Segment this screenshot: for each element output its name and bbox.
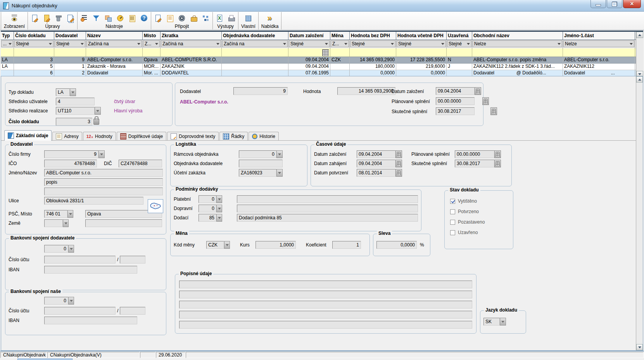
dodaci-dropdown-icon[interactable] xyxy=(216,214,222,222)
popisne-field-1[interactable] xyxy=(179,291,472,298)
search-cell-4[interactable] xyxy=(143,48,161,57)
kod-meny-dropdown-icon[interactable] xyxy=(224,241,230,249)
jazyk-dropdown-icon[interactable] xyxy=(500,318,506,326)
ramcova-dropdown-icon[interactable] xyxy=(276,150,283,158)
zeme-field[interactable] xyxy=(44,219,63,227)
grid-cell[interactable]: 1 xyxy=(54,64,86,70)
zakazka-dropdown-icon[interactable] xyxy=(276,169,283,177)
grid-cell[interactable]: 5 xyxy=(14,64,54,70)
dh-planovane-field[interactable]: 00.00.0000 xyxy=(436,97,475,105)
platebni-text-field[interactable] xyxy=(237,195,418,203)
grid-cell[interactable]: 180,0000 xyxy=(350,64,396,70)
filter-dropdown-5[interactable]: Začíná na xyxy=(161,40,221,47)
psc-field[interactable]: 746 01 xyxy=(44,210,67,218)
datum-potvrzeni-calendar-icon[interactable] xyxy=(395,169,402,177)
grid-cell[interactable]: CZK xyxy=(330,57,350,64)
obj-dod-field[interactable] xyxy=(239,160,283,167)
help-icon[interactable] xyxy=(140,14,148,22)
grid-cell[interactable]: ABEL-COMPUTER S.R.O. xyxy=(161,57,222,64)
grid-cell[interactable]: LA xyxy=(1,57,14,64)
zeme-text-field[interactable] xyxy=(85,219,162,227)
column-header-13[interactable]: Jméno-1.část xyxy=(563,32,635,40)
column-header-7[interactable]: Datum založení xyxy=(288,32,330,40)
ico-field[interactable]: 47678488 xyxy=(44,160,97,167)
column-header-9[interactable]: Hodnota bez DPH xyxy=(350,32,396,40)
filter-dropdown-2[interactable]: Stejné xyxy=(55,40,85,47)
grid-cell[interactable]: ABEL-Computer s.r.o. popis změna xyxy=(472,57,563,64)
grid-cell[interactable]: 09.04.2004 xyxy=(288,57,330,64)
grid-cell[interactable]: LA xyxy=(1,64,14,70)
edit-document-icon[interactable] xyxy=(43,14,50,22)
attach-note-icon[interactable] xyxy=(154,14,162,22)
search-cell-10[interactable] xyxy=(396,48,447,57)
jmeno2-field[interactable]: popis xyxy=(44,178,163,186)
jazyk-field[interactable]: SK xyxy=(483,318,500,326)
checkbox-3[interactable] xyxy=(450,230,455,235)
datum-zahajeni-calendar-icon[interactable] xyxy=(395,160,402,167)
disc-icon[interactable] xyxy=(178,14,186,22)
platebni-dropdown-icon[interactable] xyxy=(216,195,222,203)
filter-dropdown-1[interactable]: Stejné xyxy=(14,40,54,47)
popisne-field-2[interactable] xyxy=(179,301,472,308)
dic-field[interactable]: CZ47678488 xyxy=(119,160,162,167)
tab-0[interactable]: Základní údaje xyxy=(4,130,52,141)
datum-zahajeni-field[interactable]: 09.04.2004 xyxy=(357,160,395,167)
dodaci-text-field[interactable]: Dodací podmínka 85 xyxy=(237,214,418,222)
cislo-dokladu-field[interactable]: 3 xyxy=(56,118,92,126)
filter-dropdown-3[interactable]: Začíná na xyxy=(86,40,142,47)
bank-nase-ucet-field[interactable] xyxy=(44,307,116,315)
briefcase-icon[interactable] xyxy=(190,14,198,22)
filter-dropdown-11[interactable]: Stejné xyxy=(447,40,471,47)
grid-cell[interactable]: ZAKAZNIK112 2.řádek z SDK-1 3.řád... xyxy=(472,64,563,70)
grid-cell[interactable]: J xyxy=(447,64,472,70)
bank-nase-poradi-dropdown-icon[interactable] xyxy=(68,297,74,305)
dh-dodavatel-field[interactable]: 9 xyxy=(233,87,288,95)
print-icon[interactable] xyxy=(228,14,235,22)
grid-cell[interactable]: ZAKAZNIK112 xyxy=(563,64,635,70)
delete-trash-icon[interactable] xyxy=(55,14,62,22)
restore-button[interactable] xyxy=(607,0,622,8)
detail-scrollbar[interactable] xyxy=(636,76,643,350)
dh-datum-zalozeni-calendar-icon[interactable] xyxy=(475,87,481,95)
grid-cell[interactable]: 219,6000 xyxy=(396,64,447,70)
filter-dropdown-0[interactable]: ... xyxy=(1,40,13,47)
sort-list-icon[interactable] xyxy=(80,14,88,22)
column-header-4[interactable]: Místo xyxy=(143,32,161,40)
close-button[interactable]: × xyxy=(623,0,641,8)
search-cell-3[interactable] xyxy=(86,48,143,57)
kurs-field[interactable]: 1,0000 xyxy=(256,241,296,249)
bank-nase-banka-field[interactable] xyxy=(120,307,145,315)
search-cell-8[interactable] xyxy=(330,48,350,57)
table-row[interactable]: LA51Zakaznik - MoravaMOR...ZAKAZNIK09.04… xyxy=(1,64,636,70)
bank-dod-banka-field[interactable] xyxy=(120,256,145,264)
filter-dropdown-7[interactable]: Stejné xyxy=(289,40,330,47)
column-header-8[interactable]: Měna xyxy=(330,32,350,40)
search-cell-9[interactable] xyxy=(350,48,396,57)
tab-4[interactable]: Doprovodné texty xyxy=(167,132,219,140)
calendar-icon[interactable] xyxy=(322,49,329,56)
jmeno3-field[interactable] xyxy=(44,188,163,195)
dopravni-text-field[interactable] xyxy=(237,205,418,212)
dopravni-dropdown-icon[interactable] xyxy=(216,205,222,212)
bank-dod-iban-field[interactable] xyxy=(44,266,137,274)
filter-dropdown-9[interactable]: Stejné xyxy=(350,40,395,47)
dodaci-field[interactable]: 85 xyxy=(199,214,216,222)
datum-zalozeni-field[interactable]: 09.04.2004 xyxy=(357,150,395,158)
jmeno-field[interactable]: ABEL-Computer s.r.o. xyxy=(44,169,163,177)
settings-sliders-icon[interactable] xyxy=(128,14,136,22)
column-header-2[interactable]: Dodavatel xyxy=(54,32,86,40)
grid-cell[interactable] xyxy=(330,64,350,70)
search-cell-2[interactable] xyxy=(54,48,86,57)
tab-1[interactable]: Adresy xyxy=(52,132,82,140)
grid-cell[interactable]: 14 365 093,2900 xyxy=(350,57,396,64)
filter-dropdown-13[interactable]: Nelze xyxy=(563,40,634,47)
bank-nase-iban-field[interactable] xyxy=(44,317,137,324)
cislo-firmy-field[interactable]: 9 xyxy=(44,150,98,158)
typ-dokladu-dropdown-icon[interactable] xyxy=(70,88,76,96)
search-cell-11[interactable] xyxy=(447,48,472,57)
skutecne-field[interactable]: 30.08.2017 xyxy=(455,160,494,167)
grid-cell[interactable]: ZAKAZNIK xyxy=(161,64,222,70)
bank-dod-ucet-field[interactable] xyxy=(44,256,116,264)
tab-5[interactable]: Řádky xyxy=(219,132,248,140)
column-header-3[interactable]: Název xyxy=(86,32,143,40)
